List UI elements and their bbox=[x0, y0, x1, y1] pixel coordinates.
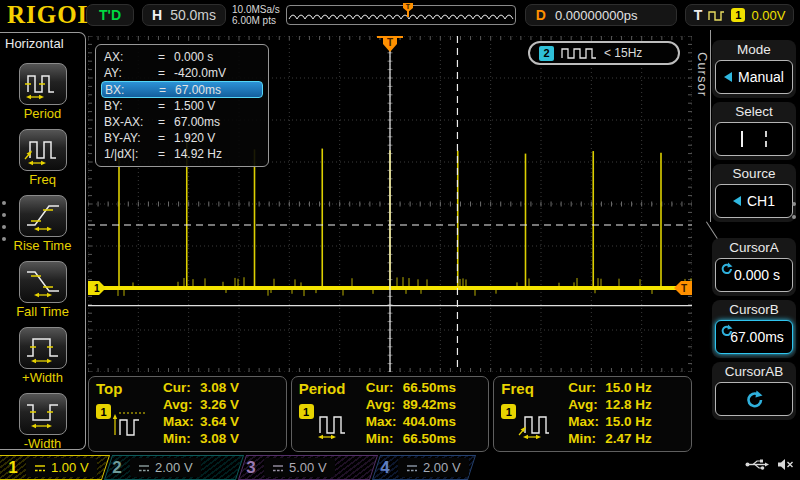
menu-item-fall-time[interactable]: Fall Time bbox=[0, 261, 85, 319]
fall-time-icon bbox=[23, 266, 63, 298]
channel-2-indicator[interactable]: 2 2.00 V bbox=[104, 455, 244, 480]
right-menu-page-dots bbox=[792, 202, 796, 219]
plus-width-icon bbox=[23, 332, 63, 364]
cursor-row-by: BY:=1.500 V bbox=[101, 98, 263, 114]
cursor-measurement-panel: AX:=0.000 s AY:=-420.0mV BX:=67.00ms BY:… bbox=[95, 44, 269, 167]
cursor-a-line-icon bbox=[741, 131, 743, 147]
softkey-source[interactable]: Source CH1 bbox=[712, 164, 796, 222]
dc-coupling-icon bbox=[138, 463, 150, 473]
freq-badge-value: < 15Hz bbox=[604, 46, 642, 60]
usb-icon bbox=[745, 458, 769, 471]
top-measure-icon bbox=[111, 409, 151, 439]
channel-badge: 1 bbox=[96, 404, 111, 419]
softkey-select[interactable]: Select bbox=[712, 102, 796, 160]
pulse-trigger-icon bbox=[708, 9, 725, 22]
left-measure-menu: Horizontal Period F bbox=[0, 32, 86, 450]
trigger-frequency-badge: 2 < 15Hz bbox=[528, 41, 680, 65]
menu-item-rise-time[interactable]: Rise Time bbox=[0, 195, 85, 253]
svg-text:1: 1 bbox=[94, 283, 100, 294]
freq-label: Freq bbox=[0, 172, 85, 187]
delay-value: 0.00000000ps bbox=[555, 8, 637, 23]
left-arrow-icon bbox=[724, 72, 732, 82]
rise-time-button[interactable] bbox=[19, 195, 67, 237]
freq-badge-channel: 2 bbox=[539, 46, 554, 61]
channel-badge: 1 bbox=[501, 404, 516, 419]
measurement-panel-freq: Freq 1 Cur:15.0 Hz Avg:12.8 Hz Max:15.0 … bbox=[493, 376, 692, 452]
channel-scale: 2.00 V bbox=[155, 460, 193, 475]
channel-scale: 5.00 V bbox=[289, 460, 327, 475]
plus-width-label: +Width bbox=[0, 370, 85, 385]
minus-width-label: -Width bbox=[0, 436, 85, 451]
fall-time-button[interactable] bbox=[19, 261, 67, 303]
h-label: H bbox=[152, 7, 162, 23]
trigger-delay-box: D 0.00000000ps bbox=[525, 4, 677, 26]
meas-row-max: Max:404.0ms bbox=[366, 414, 456, 431]
menu-item-period[interactable]: Period bbox=[0, 63, 85, 121]
menu-tab-title: Cursor bbox=[695, 52, 710, 97]
channel-3-indicator[interactable]: 3 5.00 V bbox=[238, 455, 378, 480]
softkey-cursor-b[interactable]: CursorB 67.00ms bbox=[712, 300, 796, 358]
meas-row-cur: Cur:15.0 Hz bbox=[568, 380, 652, 397]
menu-tab-divider bbox=[710, 30, 711, 222]
softkey-cursor-a[interactable]: CursorA 0.000 s bbox=[712, 238, 796, 296]
memory-waveform-preview bbox=[288, 7, 514, 23]
period-measure-icon bbox=[314, 409, 354, 439]
timebase-position-strip: T bbox=[286, 5, 516, 25]
acquisition-info: 10.0MSa/s 6.00M pts bbox=[232, 4, 280, 26]
trigger-info-box: T 1 0.00V bbox=[685, 4, 795, 26]
channel-scale: 1.00 V bbox=[51, 460, 89, 475]
meas-row-min: Min:2.47 Hz bbox=[568, 431, 652, 448]
softkey-cursor-ab[interactable]: CursorAB bbox=[712, 362, 796, 420]
meas-row-avg: Avg:89.42ms bbox=[366, 397, 456, 414]
oscilloscope-screen: RIGOL T'D H 50.0ms 10.0MSa/s 6.00M pts T… bbox=[0, 0, 800, 480]
minus-width-icon bbox=[23, 398, 63, 430]
channel-number: 2 bbox=[109, 458, 125, 478]
cursor-b-value-box[interactable]: 67.00ms bbox=[715, 320, 793, 354]
cursor-b-line-icon bbox=[765, 131, 767, 147]
cursor-row-bx-ax: BX-AX:=67.00ms bbox=[101, 114, 263, 130]
freq-icon bbox=[23, 134, 63, 166]
cursor-row-bx-selected: BX:=67.00ms bbox=[101, 81, 263, 98]
rise-time-label: Rise Time bbox=[0, 238, 85, 253]
channel-number: 4 bbox=[377, 458, 393, 478]
menu-item-plus-width[interactable]: +Width bbox=[0, 327, 85, 385]
channel-4-indicator[interactable]: 4 2.00 V bbox=[372, 455, 476, 480]
dc-coupling-icon bbox=[34, 463, 46, 473]
rotate-knob-icon bbox=[720, 324, 733, 337]
rotate-knob-icon bbox=[745, 390, 764, 409]
period-label: Period bbox=[0, 106, 85, 121]
select-value-box[interactable] bbox=[715, 122, 793, 156]
cursor-a-value-box[interactable]: 0.000 s bbox=[715, 258, 793, 292]
menu-item-freq[interactable]: Freq bbox=[0, 129, 85, 187]
cursor-row-ax: AX:=0.000 s bbox=[101, 49, 263, 65]
trigger-source-badge: 1 bbox=[731, 8, 745, 22]
cursor-row-ay: AY:=-420.0mV bbox=[101, 65, 263, 81]
menu-item-minus-width[interactable]: -Width bbox=[0, 393, 85, 451]
measurement-row: Top 1 Cur:3.08 V Avg:3.26 V Max:3.64 V M… bbox=[88, 376, 692, 452]
svg-text:T: T bbox=[681, 283, 687, 294]
pulse-train-icon bbox=[561, 46, 597, 60]
meas-row-cur: Cur:66.50ms bbox=[366, 380, 456, 397]
cursor-ab-value-box[interactable] bbox=[715, 382, 793, 416]
left-menu-title: Horizontal bbox=[0, 33, 85, 51]
minus-width-button[interactable] bbox=[19, 393, 67, 435]
top-status-bar: RIGOL T'D H 50.0ms 10.0MSa/s 6.00M pts T… bbox=[0, 0, 800, 30]
left-menu-page-dots bbox=[2, 201, 6, 241]
softkey-mode[interactable]: Mode Manual bbox=[712, 40, 796, 98]
channel-1-indicator[interactable]: 1 1.00 V bbox=[0, 455, 110, 480]
period-button[interactable] bbox=[19, 63, 67, 105]
freq-button[interactable] bbox=[19, 129, 67, 171]
left-arrow-icon bbox=[733, 196, 741, 206]
channel-status-bar: 1 1.00 V 2 2.00 V 3 5.00 V bbox=[0, 455, 800, 480]
rise-time-icon bbox=[23, 200, 63, 232]
memory-depth: 6.00M pts bbox=[232, 15, 280, 26]
cursor-row-by-ay: BY-AY:=1.920 V bbox=[101, 130, 263, 146]
meas-row-min: Min:66.50ms bbox=[366, 431, 456, 448]
trigger-level-value: 0.00V bbox=[751, 8, 785, 23]
mode-value-box[interactable]: Manual bbox=[715, 60, 793, 94]
rigol-logo: RIGOL bbox=[7, 1, 81, 29]
source-value-box[interactable]: CH1 bbox=[715, 184, 793, 218]
h-value: 50.0ms bbox=[170, 7, 216, 23]
plus-width-button[interactable] bbox=[19, 327, 67, 369]
display-area: T1T AX:=0.000 s AY:=-420.0mV BX:=67.00ms… bbox=[88, 30, 696, 455]
